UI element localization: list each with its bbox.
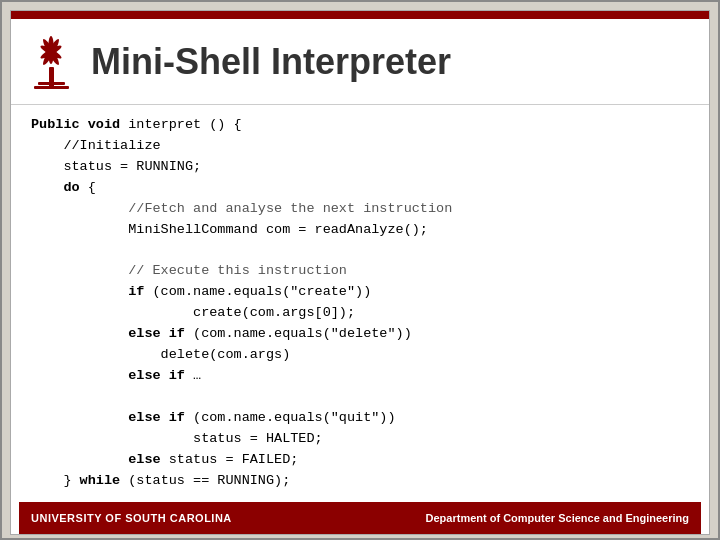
keyword-else2: else [128, 368, 160, 383]
keyword-if3: if [169, 368, 185, 383]
keyword-if4: if [169, 410, 185, 425]
content-area: Public void interpret () { //Initialize … [11, 105, 709, 502]
slide-title: Mini-Shell Interpreter [91, 41, 451, 83]
title-area: Mini-Shell Interpreter [11, 19, 709, 105]
logo-area [21, 29, 81, 94]
slide-bottom [2, 535, 718, 538]
keyword-else4: else [128, 452, 160, 467]
comment-execute: // Execute this instruction [128, 263, 347, 278]
usc-logo [24, 32, 79, 92]
comment-fetch: //Fetch and analyse the next instruction [128, 201, 452, 216]
svg-rect-7 [38, 82, 65, 85]
slide-container: Mini-Shell Interpreter Public void inter… [0, 0, 720, 540]
keyword-void: void [88, 117, 120, 132]
keyword-if1: if [128, 284, 144, 299]
code-block: Public void interpret () { //Initialize … [31, 115, 689, 492]
footer-bar: UNIVERSITY OF SOUTH CAROLINA Department … [19, 502, 701, 534]
keyword-else1: else [128, 326, 160, 341]
keyword-do: do [63, 180, 79, 195]
keyword-else3: else [128, 410, 160, 425]
header-bar [11, 11, 709, 19]
department-name: Department of Computer Science and Engin… [426, 512, 689, 524]
keyword-if2: if [169, 326, 185, 341]
keyword-public: Public [31, 117, 80, 132]
svg-rect-6 [34, 86, 69, 89]
university-name: UNIVERSITY OF SOUTH CAROLINA [31, 512, 232, 524]
slide-inner: Mini-Shell Interpreter Public void inter… [10, 10, 710, 535]
keyword-while: while [80, 473, 121, 488]
